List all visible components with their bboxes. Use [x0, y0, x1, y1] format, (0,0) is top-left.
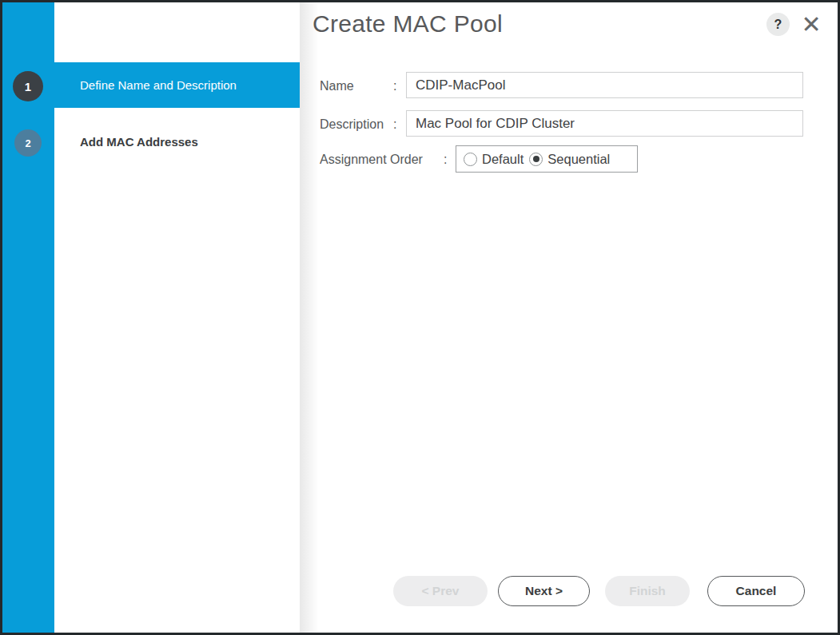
assignment-order-label: Assignment Order [320, 153, 423, 167]
radio-option-sequential[interactable]: Sequential [529, 152, 610, 167]
close-icon[interactable]: ✕ [797, 6, 826, 42]
page-title: Create MAC Pool [313, 10, 503, 38]
step-2-badge: 2 [14, 129, 42, 157]
next-button[interactable]: Next > [498, 576, 590, 606]
radio-default-icon[interactable] [464, 153, 477, 166]
finish-button[interactable]: Finish [605, 576, 690, 606]
step-1-label[interactable]: Define Name and Description [80, 62, 296, 108]
name-label: Name [320, 79, 354, 93]
radio-sequential-icon[interactable] [529, 153, 543, 166]
create-mac-pool-dialog: 1 Define Name and Description 2 Add MAC … [0, 0, 840, 635]
description-label: Description [320, 117, 384, 132]
step-2-label[interactable]: Add MAC Addresses [80, 135, 198, 149]
prev-button[interactable]: < Prev [393, 576, 488, 606]
help-icon[interactable]: ? [766, 13, 790, 36]
name-colon: : [393, 79, 396, 93]
assignment-order-colon: : [444, 153, 447, 167]
cancel-button[interactable]: Cancel [707, 576, 805, 606]
radio-sequential-label: Sequential [547, 152, 610, 167]
panel-edge-shadow [300, 2, 319, 633]
description-colon: : [393, 117, 396, 132]
assignment-order-group: Default Sequential [456, 145, 638, 173]
step-1-badge: 1 [13, 71, 43, 101]
name-field[interactable] [406, 72, 803, 98]
step-1-number: 1 [25, 80, 31, 93]
radio-option-default[interactable]: Default [464, 152, 524, 167]
step-2-number: 2 [25, 137, 30, 149]
description-field[interactable] [406, 110, 803, 137]
dialog-main-panel: Create MAC Pool ? ✕ Name : Description :… [300, 2, 838, 633]
radio-default-label: Default [482, 152, 524, 167]
